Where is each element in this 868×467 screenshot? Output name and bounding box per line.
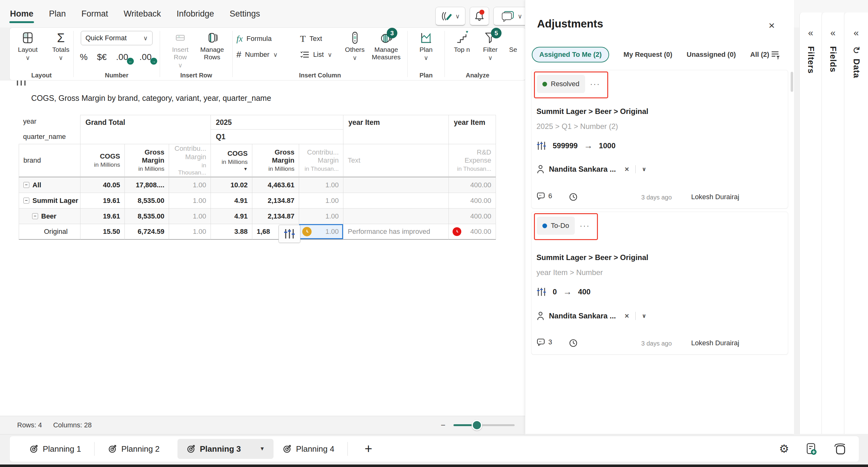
- col-group-year-item-text[interactable]: year Item: [343, 115, 449, 144]
- search-button-partial[interactable]: Se: [505, 31, 521, 61]
- number-column-button[interactable]: # Number ∨: [237, 50, 289, 60]
- col-group-year-item-rd[interactable]: year Item: [449, 115, 496, 144]
- top-n-button[interactable]: ▾ Top n: [448, 31, 475, 61]
- history-clock-icon[interactable]: [569, 193, 578, 201]
- sheet-tab-planning-2[interactable]: Planning 2: [99, 439, 168, 459]
- row-header-original[interactable]: Original: [19, 224, 81, 240]
- plan-button[interactable]: Plan ∨: [412, 31, 440, 61]
- notifications-button[interactable]: [470, 7, 489, 26]
- add-sheet-button[interactable]: +: [365, 441, 372, 457]
- collapse-icon[interactable]: −: [23, 198, 29, 204]
- row-header-summit-lager[interactable]: − Summit Lager: [19, 193, 81, 208]
- cell[interactable]: 10.02: [211, 177, 252, 193]
- cell-with-alert[interactable]: 400.00: [449, 224, 496, 240]
- new-template-icon[interactable]: [805, 443, 817, 455]
- tab-assigned-to-me[interactable]: Assigned To Me (2): [532, 47, 609, 62]
- tab-all[interactable]: All (2): [750, 51, 769, 59]
- measure-header-text[interactable]: Text: [343, 144, 449, 177]
- measure-header-rd[interactable]: R&D Expense in Thousan...: [449, 144, 496, 177]
- menu-writeback[interactable]: Writeback: [123, 7, 162, 21]
- col-group-2025[interactable]: 2025: [211, 115, 343, 129]
- comments-button[interactable]: ∨: [493, 7, 530, 26]
- text-button[interactable]: T Text: [300, 33, 322, 44]
- measure-header-cogs-gt[interactable]: COGS in Millions: [81, 144, 125, 177]
- row-header-all[interactable]: − All: [19, 177, 81, 193]
- expand-left-icon[interactable]: «: [854, 27, 859, 38]
- list-button[interactable]: List ∨: [300, 50, 332, 60]
- cell[interactable]: [343, 177, 449, 193]
- tab-my-request[interactable]: My Request (0): [623, 51, 672, 59]
- zoom-slider[interactable]: [454, 424, 515, 426]
- expand-left-icon[interactable]: «: [808, 27, 813, 38]
- more-menu-icon[interactable]: ···: [580, 221, 590, 230]
- totals-button[interactable]: Σ Totals ∨: [46, 31, 75, 61]
- currency-format-button[interactable]: $€: [97, 52, 107, 62]
- col-group-q1[interactable]: Q1: [211, 129, 343, 144]
- history-clock-icon[interactable]: [569, 339, 578, 347]
- cell[interactable]: 40.05: [81, 177, 125, 193]
- signature-button[interactable]: ∨: [435, 7, 465, 26]
- cell[interactable]: 1.00: [169, 193, 211, 208]
- cell[interactable]: 17,808....: [125, 177, 169, 193]
- sheet-stack-icon[interactable]: [833, 443, 846, 455]
- tab-menu-icon[interactable]: ▼: [259, 446, 265, 452]
- comments-count-button[interactable]: 3: [536, 338, 552, 346]
- status-badge[interactable]: Resolved: [537, 75, 585, 93]
- cell[interactable]: [343, 193, 449, 208]
- measure-header-cm-q1[interactable]: Contribu... Margin in Thousan...: [299, 144, 343, 177]
- panel-scrollbar[interactable]: [790, 72, 793, 92]
- cell[interactable]: 400.00: [449, 208, 496, 224]
- collapse-icon[interactable]: −: [23, 182, 29, 188]
- cell[interactable]: 4.91: [211, 208, 252, 224]
- cell[interactable]: 400.00: [449, 177, 496, 193]
- adjustment-marker-partial-icon[interactable]: [15, 81, 29, 86]
- manage-measures-button[interactable]: 3 Manage Measures: [369, 31, 404, 61]
- menu-home[interactable]: Home: [9, 7, 34, 21]
- col-group-grand-total[interactable]: Grand Total: [81, 115, 211, 144]
- cell[interactable]: 1.00: [299, 208, 343, 224]
- manage-rows-button[interactable]: Manage Rows: [198, 31, 226, 68]
- menu-plan[interactable]: Plan: [48, 7, 66, 21]
- measure-header-cm-gt[interactable]: Contribu... Margin in Thousan...: [169, 144, 211, 177]
- zoom-slider-knob[interactable]: [472, 420, 482, 431]
- layout-button[interactable]: Layout ∨: [13, 31, 42, 61]
- cell[interactable]: 1.00: [169, 224, 211, 240]
- measure-header-gm-q1[interactable]: Gross Margin in Millions: [252, 144, 299, 177]
- cell[interactable]: 1.00: [169, 208, 211, 224]
- chevron-down-icon[interactable]: ∨: [642, 166, 647, 173]
- cell[interactable]: 400.00: [449, 193, 496, 208]
- close-icon[interactable]: ×: [769, 19, 775, 32]
- cell[interactable]: [343, 208, 449, 224]
- cell-comment-text[interactable]: Performance has improved: [343, 224, 449, 240]
- menu-format[interactable]: Format: [81, 7, 109, 21]
- zoom-out-button[interactable]: −: [441, 420, 445, 430]
- others-button[interactable]: Others ∨: [341, 31, 369, 61]
- analyze-filter-button[interactable]: 5 Filter ∨: [477, 31, 503, 61]
- status-badge[interactable]: To-Do: [537, 217, 575, 235]
- cell[interactable]: 1.00: [169, 177, 211, 193]
- percent-format-button[interactable]: %: [80, 52, 88, 62]
- cell[interactable]: 3.88: [211, 224, 252, 240]
- settings-gear-icon[interactable]: ⚙: [779, 442, 789, 456]
- selected-cell[interactable]: 1.00: [299, 224, 343, 240]
- cell[interactable]: 19.61: [81, 193, 125, 208]
- cell[interactable]: 4.91: [211, 193, 252, 208]
- data-rail-tab[interactable]: « ↻Data: [844, 12, 868, 434]
- comments-count-button[interactable]: 6: [536, 192, 552, 200]
- sheet-tab-planning-4[interactable]: Planning 4: [274, 439, 343, 459]
- measure-header-cogs-q1[interactable]: COGS in Millions ▼: [211, 144, 252, 177]
- remove-assignee-icon[interactable]: ×: [625, 165, 629, 174]
- cell[interactable]: 8,535.00: [125, 208, 169, 224]
- remove-assignee-icon[interactable]: ×: [625, 312, 629, 320]
- filters-rail-tab[interactable]: « Filters: [799, 12, 822, 434]
- menu-infobridge[interactable]: Infobridge: [176, 7, 215, 21]
- tab-unassigned[interactable]: Unassigned (0): [687, 51, 736, 59]
- sort-filter-icon[interactable]: [770, 49, 780, 60]
- row-header-beer[interactable]: − Beer: [19, 208, 81, 224]
- cell[interactable]: 6,724.59: [125, 224, 169, 240]
- formula-button[interactable]: fx Formula: [237, 33, 289, 44]
- chevron-down-icon[interactable]: ∨: [642, 313, 647, 319]
- decrease-decimal-button[interactable]: .00←: [116, 52, 130, 62]
- sheet-tab-planning-3[interactable]: Planning 3 ▼: [178, 439, 274, 459]
- menu-settings[interactable]: Settings: [229, 7, 261, 21]
